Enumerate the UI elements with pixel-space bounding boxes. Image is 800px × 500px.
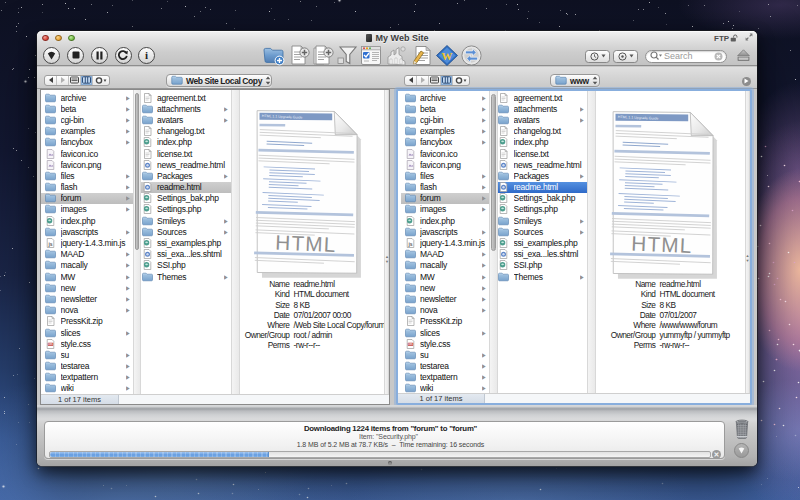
svg-text:js: js bbox=[47, 241, 52, 247]
svg-text:css: css bbox=[408, 342, 413, 346]
svg-text:HTML: HTML bbox=[275, 231, 337, 257]
svg-text:css: css bbox=[48, 342, 53, 346]
svg-text:HTML: HTML bbox=[630, 232, 692, 258]
svg-text:W: W bbox=[442, 50, 453, 62]
svg-text:js: js bbox=[407, 241, 412, 247]
